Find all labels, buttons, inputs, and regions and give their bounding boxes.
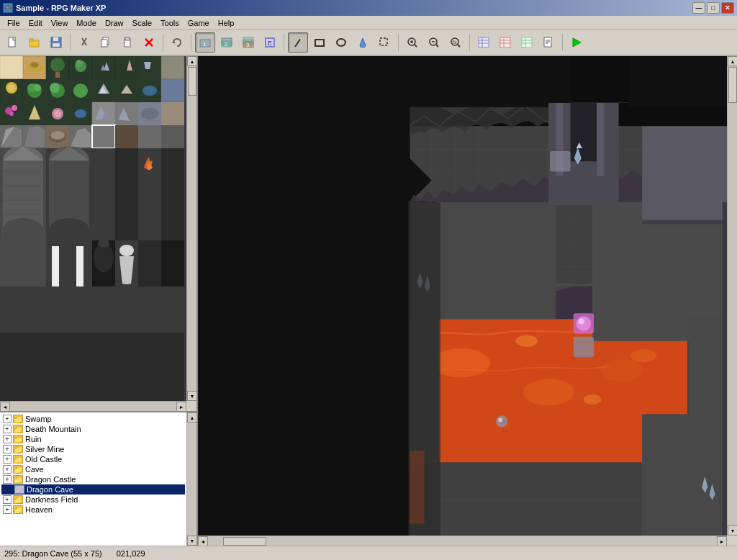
fill-button[interactable] [353,32,373,53]
menu-help[interactable]: Help [214,17,239,29]
map-item-swamp[interactable]: + 📁 Swamp [1,414,185,424]
menu-edit[interactable]: Edit [24,17,47,29]
ellipse-button[interactable] [331,32,351,53]
sep2 [163,34,163,51]
map-item-darkness-field[interactable]: + 📁 Darkness Field [1,494,185,505]
maximize-button[interactable]: □ [707,2,720,14]
map-scroll-h-left[interactable]: ◄ [198,536,208,546]
expand-old-castle[interactable]: + [3,455,12,464]
db-tables-button[interactable] [474,32,494,53]
scroll-thumb-v[interactable] [188,67,196,96]
close-button[interactable]: ✕ [721,2,734,14]
menu-view[interactable]: View [47,17,73,29]
layer3-button[interactable]: 3 [238,32,258,53]
layer1-button[interactable]: 1 [195,32,215,53]
map-item-ruin[interactable]: + 📁 Ruin [1,434,185,444]
menu-mode[interactable]: Mode [72,17,101,29]
menu-game[interactable]: Game [184,17,214,29]
menu-file[interactable]: File [3,17,24,29]
save-button[interactable] [46,32,66,53]
pencil-button[interactable] [288,32,308,53]
copy-button[interactable] [96,32,116,53]
zoom-fit-button[interactable]: fx [446,32,466,53]
expand-swamp[interactable]: + [3,415,12,423]
scripts-button[interactable] [538,32,559,53]
open-button[interactable] [24,32,45,53]
map-scroll-v-down[interactable]: ▼ [728,525,737,536]
events-button[interactable]: E [260,32,280,53]
db-skills-button[interactable] [517,32,537,53]
layer2-button[interactable]: 2 [217,32,237,53]
map-item-dragon-castle[interactable]: + 📁 Dragon Castle [1,474,185,484]
svg-rect-104 [161,102,184,125]
tileset-area[interactable]: ▲ ▼ ◄ ► [0,56,196,412]
svg-rect-139 [161,194,184,217]
db-items-button[interactable] [495,32,515,53]
map-item-dragon-cave[interactable]: Dragon Cave [1,484,185,494]
zoom-out-button[interactable] [424,32,444,53]
svg-point-99 [75,109,86,118]
folder-silver-mine-icon: 📁 [13,445,23,453]
cave-map-canvas[interactable] [198,56,737,546]
map-scroll-v-thumb[interactable] [728,67,737,103]
expand-heaven[interactable]: + [3,505,12,514]
svg-rect-228 [550,151,570,171]
scroll-down-arrow[interactable]: ▼ [187,391,196,401]
map-item-death-mountain[interactable]: + 📁 Death Mountain [1,424,185,434]
select-button[interactable] [374,32,394,53]
expand-darkness-field[interactable]: + [3,495,12,504]
svg-rect-227 [574,337,594,357]
svg-rect-135 [161,171,184,194]
svg-rect-129 [115,148,138,171]
svg-rect-112 [92,125,115,148]
map-item-old-castle[interactable]: + 📁 Old Castle [1,454,185,464]
expand-death-mountain[interactable]: + [3,425,12,433]
map-scroll-h-thumb[interactable] [223,537,266,546]
svg-point-103 [141,108,158,119]
map-label-dragon-castle: Dragon Castle [25,475,76,484]
tileset-scroll-v: ▲ ▼ [186,56,196,401]
minimize-button[interactable]: — [692,2,705,14]
map-item-silver-mine[interactable]: + 📁 Silver Mine [1,444,185,454]
map-item-cave[interactable]: + 📁 Cave [1,464,185,474]
undo-button[interactable] [167,32,187,53]
paste-button[interactable] [117,32,137,53]
scroll-corner [186,401,196,411]
scroll-up-arrow[interactable]: ▲ [187,56,196,66]
map-label-cave: Cave [25,465,44,474]
expand-ruin[interactable]: + [3,435,12,443]
zoom-in-button[interactable] [402,32,422,53]
delete-button[interactable] [139,32,159,53]
rect-button[interactable] [309,32,330,53]
sep4 [284,34,284,51]
map-scroll-h-right[interactable]: ► [717,536,727,546]
svg-rect-131 [161,148,184,171]
map-list-scroll-down[interactable]: ▼ [187,536,197,546]
folder-old-castle-icon: 📁 [13,455,23,464]
menu-draw[interactable]: Draw [101,17,128,29]
svg-rect-46 [500,37,510,48]
new-button[interactable] [3,32,23,53]
svg-text:3: 3 [246,42,250,48]
map-list-scroll-up[interactable]: ▲ [187,412,197,423]
map-list: + 📁 Swamp + 📁 Death Mountain + 📁 Ruin [0,412,196,546]
scroll-left-arrow[interactable]: ◄ [0,402,10,412]
svg-rect-136 [92,194,115,217]
cut-button[interactable] [74,32,94,53]
scroll-right-arrow[interactable]: ► [176,402,186,412]
svg-point-225 [577,316,591,330]
run-button[interactable] [566,32,587,53]
svg-point-127 [49,218,89,241]
map-item-heaven[interactable]: + 📁 Heaven [1,505,185,515]
map-area[interactable]: ▲ ▼ ◄ ► [198,56,737,546]
expand-dragon-castle[interactable]: + [3,475,12,484]
title-bar: 🎮 Sample - RPG Maker XP — □ ✕ [0,0,737,16]
menu-scale[interactable]: Scale [128,17,157,29]
expand-silver-mine[interactable]: + [3,445,12,453]
map-scroll-v-up[interactable]: ▲ [728,56,737,66]
menu-tools[interactable]: Tools [156,17,184,29]
map-label-death-mountain: Death Mountain [25,425,81,433]
svg-rect-210 [571,103,597,161]
expand-cave[interactable]: + [3,465,12,474]
tileset-image[interactable] [0,56,186,401]
